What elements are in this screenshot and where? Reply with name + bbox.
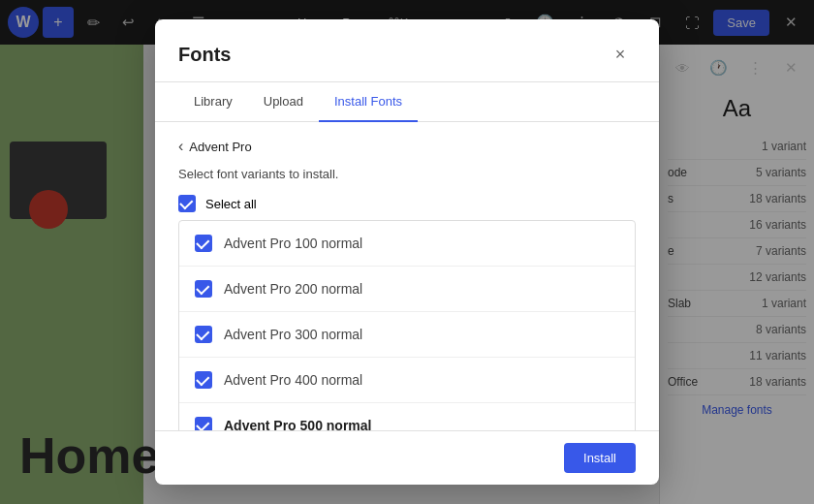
select-all-checkbox[interactable] <box>178 195 196 212</box>
font-variant-list: Advent Pro 100 normal Advent Pro 200 nor… <box>178 220 636 430</box>
font-item-checkbox-1[interactable] <box>195 280 212 298</box>
modal-footer: Install <box>155 430 659 485</box>
font-item-checkbox-3[interactable] <box>195 371 212 389</box>
font-item-label-0: Advent Pro 100 normal <box>224 236 362 251</box>
back-nav[interactable]: ‹ Advent Pro <box>178 138 636 155</box>
modal-tabs: Library Upload Install Fonts <box>155 82 659 122</box>
font-item-label-2: Advent Pro 300 normal <box>224 327 362 342</box>
back-font-name: Advent Pro <box>189 140 251 154</box>
modal-title: Fonts <box>178 44 231 66</box>
install-button[interactable]: Install <box>564 443 636 473</box>
font-item-checkbox-4[interactable] <box>195 417 212 430</box>
tab-library[interactable]: Library <box>178 82 248 122</box>
modal-overlay: Fonts × Library Upload Install Fonts ‹ A… <box>0 0 814 504</box>
install-hint: Select font variants to install. <box>178 167 636 181</box>
font-item-3: Advent Pro 400 normal <box>179 358 635 403</box>
select-all-row: Select all <box>178 195 636 212</box>
font-item-label-1: Advent Pro 200 normal <box>224 281 362 297</box>
font-item-1: Advent Pro 200 normal <box>179 267 635 312</box>
font-item-label-4: Advent Pro 500 normal <box>224 418 372 430</box>
tab-install-fonts[interactable]: Install Fonts <box>319 82 418 122</box>
font-item-checkbox-2[interactable] <box>195 326 212 343</box>
tab-upload[interactable]: Upload <box>248 82 319 122</box>
font-item-label-3: Advent Pro 400 normal <box>224 372 362 388</box>
modal-body: ‹ Advent Pro Select font variants to ins… <box>155 122 659 430</box>
font-item-2: Advent Pro 300 normal <box>179 312 635 358</box>
modal-close-button[interactable]: × <box>605 39 636 70</box>
font-item-0: Advent Pro 100 normal <box>179 221 635 267</box>
font-item-4: Advent Pro 500 normal <box>179 403 635 430</box>
select-all-label: Select all <box>205 197 257 211</box>
back-arrow-icon: ‹ <box>178 138 183 155</box>
font-item-checkbox-0[interactable] <box>195 235 212 252</box>
fonts-modal: Fonts × Library Upload Install Fonts ‹ A… <box>155 19 659 485</box>
modal-header: Fonts × <box>155 19 659 82</box>
